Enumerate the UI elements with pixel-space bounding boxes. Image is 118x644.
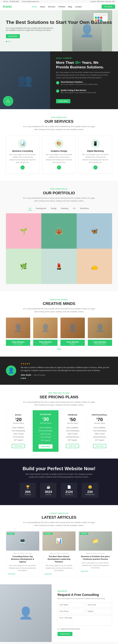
subject-input[interactable]: [85, 609, 112, 614]
years-badge: 35+ Years: [3, 96, 13, 106]
pricing-section: SEE PRICING PLANS SEE PRICING PLANS It i…: [0, 385, 118, 458]
service-title-2: Digital Marketing: [82, 150, 109, 152]
dot-1[interactable]: [6, 41, 7, 42]
message-input[interactable]: [58, 615, 112, 626]
article-read-more-2[interactable]: Read More: [81, 570, 88, 572]
phone-input[interactable]: [58, 609, 84, 614]
portfolio-tab-dev[interactable]: Development: [35, 207, 48, 210]
feature-li: Easy Installation: [89, 426, 110, 429]
about-cta-button[interactable]: Learn More: [56, 99, 70, 103]
name-input[interactable]: [58, 602, 84, 607]
testi-dot-3[interactable]: [25, 378, 26, 379]
cta-button[interactable]: Get Quote: [102, 4, 115, 9]
article-img-0: 💻 DESIGN: [6, 532, 39, 550]
testimonial-content: ★★★★★ We have a number of different valu…: [21, 362, 112, 379]
pricing-features-1: Easy Installation Free Downloading 100% …: [35, 426, 56, 442]
nav-blog[interactable]: Blog: [68, 6, 72, 8]
service-img-1: 🎨: [55, 139, 63, 148]
stat-num-0: 204: [23, 490, 32, 494]
swatch-1[interactable]: [95, 17, 97, 19]
testimonial-stars: ★★★★★: [21, 362, 112, 365]
testi-dot-2[interactable]: [23, 378, 24, 379]
service-arrow-0[interactable]: ›: [21, 166, 25, 170]
portfolio-item-4[interactable]: 💄: [41, 249, 77, 284]
dot-2[interactable]: [8, 41, 9, 42]
nav-contact[interactable]: Contact: [75, 6, 82, 8]
testimonial-text: We have a number of different value-adds…: [21, 366, 112, 372]
form-phone-row: [58, 609, 112, 614]
article-footer-0: Read More: [8, 573, 37, 575]
portfolio-item-5[interactable]: 👝: [77, 249, 112, 284]
portfolio-item-0[interactable]: 🌱: [6, 213, 41, 249]
pricing-btn-2[interactable]: Order Now: [66, 444, 79, 448]
contact-submit-button[interactable]: Submit Now: [58, 632, 72, 636]
hero-cta-button[interactable]: Read More: [6, 34, 20, 38]
testi-dot-1[interactable]: [21, 378, 22, 379]
nav-links: Home About Services Portfolio Blog Conta…: [32, 6, 82, 8]
contact-desc: But I must explain to you how all this m…: [58, 598, 112, 599]
stat-label-0: CLIENTS: [23, 494, 32, 495]
nav-portfolio[interactable]: Portfolio: [58, 6, 65, 8]
stat-icon-1: ☕: [44, 485, 53, 489]
service-arrow-2[interactable]: ›: [93, 166, 97, 170]
swatch-2[interactable]: [97, 17, 99, 19]
service-card-0: 📊 Business Consulting But I must explain…: [6, 135, 39, 173]
pricing-features-2: Easy Installation Free Downloading 100% …: [62, 426, 83, 442]
pricing-desc: It is a long established fact that a rea…: [22, 401, 96, 406]
feature-li: 3 Free Revision: [8, 436, 29, 438]
article-desc-1: But I must explain to you how all this m…: [45, 564, 74, 572]
pricing-btn-1[interactable]: Order Now: [39, 444, 53, 449]
service-arrow-1[interactable]: ›: [57, 166, 61, 170]
stat-0: 🏆 204 CLIENTS: [20, 483, 36, 498]
about-label: ABOUT COMPANY: [56, 57, 112, 59]
swatch-3[interactable]: [100, 17, 102, 19]
stat-label-2: PROJECTS: [64, 494, 74, 495]
nav-home[interactable]: Home: [32, 6, 37, 8]
article-read-more-1[interactable]: Read More: [45, 573, 52, 575]
nav-about[interactable]: About: [40, 6, 45, 8]
services-title: OUR SERVICES: [6, 119, 112, 124]
nav-services[interactable]: Services: [48, 6, 55, 8]
pricing-price-0: $20: [8, 417, 29, 422]
portfolio-item-2[interactable]: 🦋: [77, 213, 112, 249]
dot-3[interactable]: [10, 41, 11, 42]
portfolio-tab-brand[interactable]: Branding: [60, 207, 69, 210]
team-section: CREATIVE MINDS CREATIVE MINDS It is a lo…: [0, 291, 118, 356]
stat-2: 📄 2124 PROJECTS: [61, 483, 77, 498]
pricing-btn-3[interactable]: Order Now: [93, 444, 106, 448]
pricing-period-2: /Monthly Billing: [62, 422, 83, 424]
pricing-period-3: /Monthly Billing: [89, 422, 110, 424]
hero-title: The Best Solutions to Start Your Own Bus…: [6, 20, 112, 25]
privacy-checkbox[interactable]: [58, 628, 59, 630]
palette-label: Colour Switch Options: [95, 14, 106, 16]
service-title-1: Graphics Design: [45, 150, 73, 152]
contact-title: Request A Free Consulting: [58, 593, 112, 597]
team-photo-2: 👤: [60, 318, 85, 338]
portfolio-tab-all[interactable]: All: [28, 207, 32, 210]
portfolio-tab-design[interactable]: Design: [50, 207, 58, 210]
email-text: Email: info@example.com: [22, 1, 39, 2]
pricing-title: SEE PRICING PLANS: [6, 395, 112, 399]
pricing-card-1: STANDARD $30 /Monthly Billing Easy Insta…: [33, 410, 58, 452]
article-content-1: March 14, 2024 • 4 min read The Best Val…: [43, 550, 76, 577]
pricing-features-0: Easy Installation Free Downloading 100% …: [8, 426, 29, 442]
portfolio-tab-ux[interactable]: UX: [72, 207, 77, 210]
article-badge-0: DESIGN: [7, 533, 15, 535]
pricing-features-3: Easy Installation Free Downloading 100% …: [89, 426, 110, 442]
service-img-0: 📊: [18, 139, 27, 148]
stat-icon-0: 🏆: [23, 485, 32, 489]
feature-li: 100% Trusted: [8, 432, 29, 436]
portfolio-tab-wp[interactable]: WordPress: [79, 207, 90, 210]
service-desc-0: But I must explain to you how all this m…: [9, 153, 36, 164]
services-label: OUR SERVICES: [6, 116, 112, 118]
portfolio-item-3[interactable]: 🌿: [6, 249, 41, 284]
pricing-btn-0[interactable]: Order Now: [12, 444, 25, 448]
stat-num-2: 2124: [64, 490, 74, 494]
brands-section: garé lala Kraphics Sabayor: [0, 642, 118, 644]
team-photo-1: 👤: [33, 318, 58, 338]
logo-icon: K: [3, 5, 5, 8]
article-read-more-0[interactable]: Read More: [8, 573, 15, 575]
portfolio-item-1[interactable]: 👜: [41, 213, 77, 249]
email-input[interactable]: [85, 602, 112, 607]
about-title: More Than 35+ Years, We Provide Business…: [56, 60, 112, 70]
